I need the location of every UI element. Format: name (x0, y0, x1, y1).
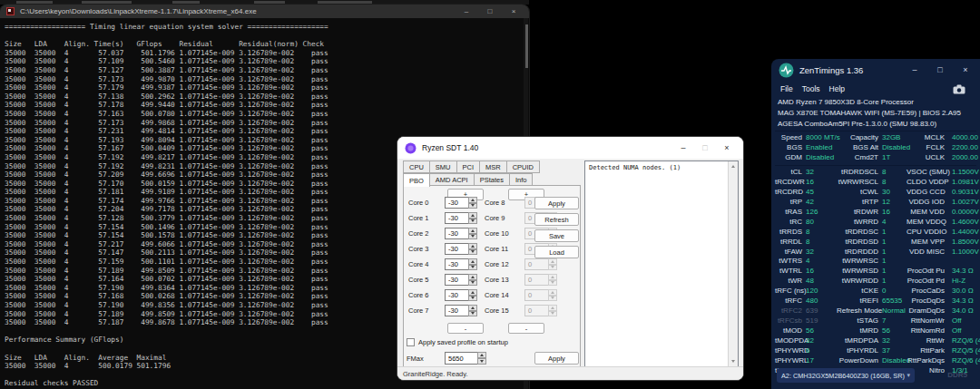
scroll-up-arrow-icon[interactable] (731, 165, 735, 168)
terminal-scrollbar-thumb[interactable] (525, 24, 528, 68)
tab-cpuid[interactable]: CPUID (506, 160, 540, 173)
decrement-all-left-button[interactable]: - (447, 323, 484, 334)
timing-label: tSTAG (837, 316, 878, 326)
ryzen-sdt-titlebar[interactable]: Ryzen SDT 1.40 – □ × (397, 137, 743, 159)
maximize-icon[interactable]: □ (927, 59, 953, 81)
fmax-up-arrow-icon[interactable] (477, 352, 486, 358)
zentimings-titlebar[interactable]: ZenTimings 1.36 – □ × (771, 59, 980, 81)
down-arrow-icon[interactable] (468, 203, 477, 209)
timing-label: FCLK (906, 143, 945, 153)
core-1-stepper-value[interactable]: -30 (445, 212, 468, 224)
close-icon[interactable]: × (502, 5, 525, 18)
tab-smu[interactable]: SMU (429, 160, 457, 173)
terminal-titlebar[interactable]: C:\Users\keyon\Downloads\LinpackXtreme-1… (0, 5, 529, 18)
timing-label: tCKE (837, 287, 878, 297)
apply-button[interactable]: Apply (534, 197, 579, 209)
timing-value: 32 (802, 248, 837, 258)
core-5-stepper-value[interactable]: -30 (445, 274, 468, 286)
menu-help[interactable]: Help (829, 84, 845, 93)
tab-pbo[interactable]: PBO (403, 173, 430, 187)
refresh-button[interactable]: Refresh (534, 213, 579, 226)
core-2-stepper[interactable]: -30 (445, 228, 477, 239)
timing-label: UCLK (906, 153, 945, 163)
tab-info[interactable]: Info (509, 173, 534, 186)
core-4-stepper[interactable]: -30 (445, 258, 477, 270)
timing-label: MEM VPP (906, 238, 945, 248)
timing-value: 8 (802, 238, 837, 248)
timing-label: RttWr (906, 336, 945, 346)
down-arrow-icon[interactable] (468, 296, 477, 302)
core-4-stepper-arrows (468, 258, 477, 270)
menu-tools[interactable]: Tools (802, 84, 820, 93)
tab-msr[interactable]: MSR (479, 160, 507, 173)
text-fragment (16, 1, 53, 4)
tab-cpu[interactable]: CPU (403, 160, 430, 173)
tab-pstates[interactable]: PStates (474, 173, 510, 186)
timing-value: 1.0027V (945, 198, 980, 208)
core-1-stepper[interactable]: -30 (445, 212, 477, 224)
core-7-stepper[interactable]: -30 (445, 305, 477, 316)
timing-label (906, 257, 945, 267)
core-3-stepper-value[interactable]: -30 (445, 243, 468, 255)
core-0-stepper-value[interactable]: -30 (445, 197, 468, 209)
scroll-down-arrow-icon[interactable] (731, 360, 735, 363)
screenshot-camera-icon[interactable] (953, 84, 965, 94)
fmax-apply-button[interactable]: Apply (534, 352, 579, 365)
core-label: Core 9 (485, 214, 524, 222)
close-icon[interactable]: × (716, 143, 738, 152)
timing-value: 1 (878, 257, 906, 267)
dimm-selector[interactable]: A2: CMH32GX5M2B6400Z30 (16GB, SR) ▾ (777, 368, 915, 383)
core-5-stepper[interactable]: -30 (445, 274, 477, 286)
load-button[interactable]: Load (534, 246, 579, 258)
save-button[interactable]: Save (534, 229, 579, 242)
timing-label: RttNomWr (906, 316, 945, 326)
core-7-stepper-value[interactable]: -30 (445, 305, 468, 316)
fmax-stepper[interactable]: 5650 (445, 352, 486, 365)
menu-file[interactable]: File (780, 84, 793, 93)
core-3-stepper[interactable]: -30 (445, 243, 477, 255)
memory-config-grid: Speed8000 MT/sCapacity32GBMCLK4000.00BGS… (775, 133, 976, 163)
core-6-stepper-value[interactable]: -30 (445, 289, 468, 301)
divider (775, 131, 976, 131)
core-4-stepper-value[interactable]: -30 (445, 258, 468, 270)
down-arrow-icon[interactable] (468, 311, 477, 317)
minimize-icon[interactable]: – (902, 59, 927, 81)
core-offset-row: Core 7-30Core 150 (408, 303, 573, 318)
core-6-stepper[interactable]: -30 (445, 289, 477, 301)
maximize-icon[interactable]: □ (478, 5, 502, 18)
log-scrollbar[interactable] (728, 161, 738, 366)
timing-value: 2200.00 (945, 143, 978, 153)
down-arrow-icon[interactable] (468, 219, 477, 225)
decrement-all-right-button[interactable]: - (508, 323, 544, 334)
terminal-title: C:\Users\keyon\Downloads\LinpackXtreme-1… (20, 7, 257, 15)
fmax-value[interactable]: 5650 (445, 352, 477, 365)
minimize-icon[interactable]: – (672, 143, 694, 152)
core-label: Core 1 (408, 214, 445, 222)
core-label: Core 6 (408, 291, 445, 299)
tab-amd-acpi[interactable]: AMD ACPI (429, 173, 475, 186)
core-2-stepper-value[interactable]: -30 (445, 228, 468, 239)
timing-label: tRC (775, 218, 802, 228)
down-arrow-icon[interactable] (468, 249, 477, 256)
startup-profile-checkbox[interactable] (407, 338, 415, 346)
close-icon[interactable]: × (953, 59, 978, 81)
down-arrow-icon (548, 265, 557, 271)
tab-pci[interactable]: PCI (456, 160, 481, 173)
terminal-app-icon (6, 7, 15, 15)
ryzen-sdt-app-icon (405, 142, 416, 154)
core-7-stepper-arrows (468, 305, 477, 316)
down-arrow-icon[interactable] (468, 234, 477, 240)
fmax-down-arrow-icon[interactable] (477, 358, 486, 365)
down-arrow-icon[interactable] (468, 265, 477, 271)
core-0-stepper[interactable]: -30 (445, 197, 477, 209)
timing-label: tMRD (837, 326, 878, 336)
minimize-icon[interactable]: – (455, 5, 478, 18)
core-15-stepper: 0 (524, 305, 557, 316)
core-13-stepper-arrows (548, 274, 557, 286)
timing-label: MCLK (906, 133, 945, 143)
system-info: AMD Ryzen 7 9850X3D 8-Core Processor MAG… (778, 97, 976, 130)
timing-value: 34.3 Ω (945, 297, 980, 306)
timing-value: Off (945, 316, 980, 326)
down-arrow-icon[interactable] (468, 280, 477, 287)
timing-value: 1.1500V (945, 168, 980, 178)
